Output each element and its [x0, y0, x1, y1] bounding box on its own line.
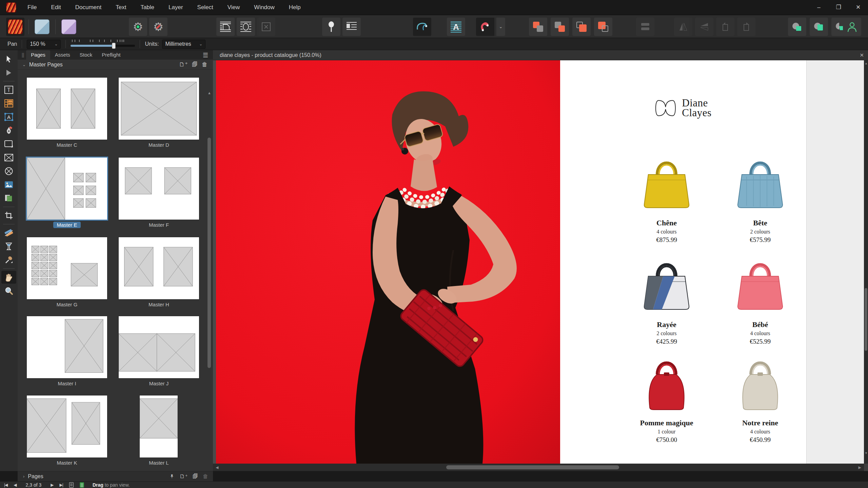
- master-label[interactable]: Master F: [119, 222, 199, 228]
- rotate-cw-icon[interactable]: [737, 18, 755, 36]
- colour-picker-tool[interactable]: [1, 253, 16, 266]
- asset-tool[interactable]: [1, 192, 16, 205]
- master-label[interactable]: Master K: [27, 460, 107, 466]
- vertical-scroll-thumb[interactable]: [865, 288, 867, 351]
- view-tool[interactable]: [1, 271, 16, 284]
- float-with-text-icon[interactable]: [342, 18, 361, 36]
- duplicate-page-icon[interactable]: 🗐: [193, 473, 198, 480]
- menu-select[interactable]: Select: [190, 0, 220, 15]
- add-page-icon[interactable]: 🗋⁺: [180, 473, 188, 480]
- master-thumbnail-g[interactable]: [27, 237, 107, 299]
- panel-grip[interactable]: ||: [18, 50, 26, 60]
- photo-persona-button[interactable]: [60, 18, 78, 36]
- table-tool[interactable]: [1, 97, 16, 110]
- replace-selection-icon[interactable]: [572, 18, 591, 36]
- menu-file[interactable]: File: [20, 0, 44, 15]
- master-thumbnail-i[interactable]: [27, 316, 107, 378]
- master-label[interactable]: Master E: [27, 222, 107, 228]
- pin-icon[interactable]: [322, 18, 340, 36]
- panel-scroll-up-icon[interactable]: ▲: [208, 91, 211, 95]
- menu-help[interactable]: Help: [282, 0, 308, 15]
- scroll-up-icon[interactable]: ▲: [865, 62, 868, 65]
- master-thumbnail-j[interactable]: [119, 316, 199, 378]
- menu-document[interactable]: Document: [68, 0, 108, 15]
- rectangle-tool[interactable]: [1, 138, 16, 150]
- master-thumbnail-d[interactable]: [119, 78, 199, 140]
- minimize-button[interactable]: –: [809, 0, 829, 15]
- menu-text[interactable]: Text: [108, 0, 133, 15]
- zoom-level-combo[interactable]: 150 % ⌄: [27, 40, 61, 49]
- panel-scrollbar-thumb[interactable]: [208, 138, 211, 368]
- add-master-icon[interactable]: 🗋⁺: [179, 61, 188, 68]
- picture-frame-ellipse-tool[interactable]: [1, 165, 16, 178]
- rotate-ccw-icon[interactable]: [716, 18, 734, 36]
- insert-behind-icon[interactable]: [529, 18, 547, 36]
- link-icon[interactable]: [636, 18, 654, 36]
- delete-page-icon[interactable]: 🗑: [203, 473, 208, 480]
- place-image-tool[interactable]: [1, 178, 16, 191]
- next-spread-button[interactable]: ▶: [47, 483, 56, 487]
- master-label[interactable]: Master J: [119, 380, 199, 387]
- units-dropdown[interactable]: Millimetres ⌄: [162, 40, 205, 49]
- artistic-text-tool[interactable]: A: [1, 110, 16, 123]
- spread-view-icon[interactable]: [80, 482, 84, 488]
- menu-table[interactable]: Table: [133, 0, 161, 15]
- vector-crop-tool[interactable]: [1, 209, 16, 222]
- master-thumbnail-k[interactable]: [27, 395, 107, 458]
- text-wrap-page-icon[interactable]: [216, 18, 235, 36]
- panel-menu-icon[interactable]: ☰: [198, 51, 213, 60]
- master-thumbnail-c[interactable]: [27, 78, 107, 140]
- show-text-flow-icon[interactable]: [413, 18, 431, 36]
- insert-on-top-icon[interactable]: [551, 18, 569, 36]
- gradient-tool[interactable]: [1, 226, 16, 239]
- menu-window[interactable]: Window: [247, 0, 281, 15]
- geometry-subtract-icon[interactable]: [810, 18, 828, 36]
- auto-correct-button[interactable]: ⚙: [129, 18, 147, 36]
- publisher-persona-button[interactable]: [6, 18, 24, 36]
- text-frame-properties-icon[interactable]: A: [447, 18, 465, 36]
- menu-layer[interactable]: Layer: [161, 0, 190, 15]
- master-pages-header[interactable]: ⌄ Master Pages 🗋⁺ 🗐 🗑: [18, 60, 213, 70]
- master-label[interactable]: Master D: [119, 142, 199, 148]
- zoom-slider-thumb[interactable]: [112, 43, 116, 49]
- zoom-tool[interactable]: [1, 284, 16, 297]
- horizontal-scroll-thumb[interactable]: [446, 465, 619, 469]
- flip-vertical-icon[interactable]: [695, 18, 713, 36]
- master-label[interactable]: Master G: [27, 301, 107, 308]
- menu-edit[interactable]: Edit: [44, 0, 68, 15]
- text-wrap-object-icon[interactable]: [237, 18, 255, 36]
- master-thumbnail-h[interactable]: [119, 237, 199, 299]
- snapping-button[interactable]: [476, 18, 494, 36]
- zoom-slider[interactable]: [71, 40, 135, 49]
- transparency-tool[interactable]: [1, 240, 16, 253]
- master-label[interactable]: Master H: [119, 301, 199, 308]
- menu-view[interactable]: View: [220, 0, 247, 15]
- last-spread-button[interactable]: ▶|: [57, 483, 66, 487]
- app-logo-icon[interactable]: [6, 2, 16, 13]
- tab-stock[interactable]: Stock: [75, 50, 97, 60]
- master-thumbnail-f[interactable]: [119, 158, 199, 220]
- frame-text-tool[interactable]: T: [1, 83, 16, 96]
- tab-pages[interactable]: Pages: [26, 50, 50, 60]
- delete-master-icon[interactable]: 🗑: [202, 61, 208, 68]
- document-close-icon[interactable]: ✕: [855, 52, 868, 58]
- horizontal-scrollbar[interactable]: ◀ ▶: [213, 464, 864, 471]
- pages-section-footer[interactable]: › Pages 🖈 🗋⁺ 🗐 🗑: [18, 471, 213, 481]
- document-viewport[interactable]: Diane Clayes Chêne 4 colours €875.99 Bêt…: [213, 60, 864, 464]
- document-tab-title[interactable]: diane clayes - product catalogue (150.0%…: [213, 52, 321, 58]
- designer-persona-button[interactable]: [33, 18, 51, 36]
- master-label[interactable]: Master C: [27, 142, 107, 148]
- snapping-dropdown-chevron[interactable]: ⌄: [496, 18, 505, 36]
- first-spread-button[interactable]: |◀: [0, 483, 11, 487]
- tab-assets[interactable]: Assets: [50, 50, 75, 60]
- master-label[interactable]: Master I: [27, 380, 107, 387]
- single-page-view-icon[interactable]: [69, 482, 74, 488]
- master-thumbnail-l[interactable]: [140, 395, 178, 458]
- scroll-left-icon[interactable]: ◀: [213, 465, 221, 470]
- move-tool[interactable]: [1, 53, 16, 65]
- node-tool[interactable]: [1, 66, 16, 79]
- account-icon[interactable]: [843, 18, 861, 36]
- pen-tool[interactable]: [1, 124, 16, 137]
- geometry-add-icon[interactable]: [788, 18, 806, 36]
- master-label[interactable]: Master L: [119, 460, 199, 466]
